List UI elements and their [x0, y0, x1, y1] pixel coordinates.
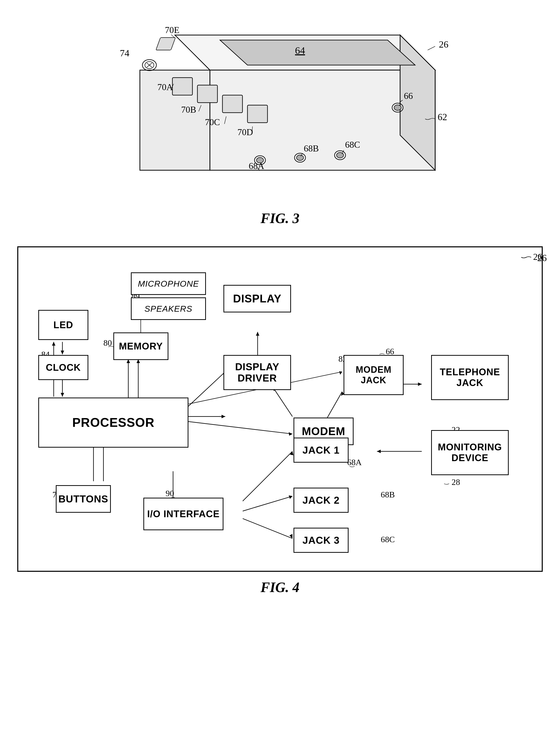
svg-marker-82: [377, 450, 381, 453]
svg-rect-13: [247, 105, 267, 123]
svg-text:70E: 70E: [165, 25, 179, 35]
telephone-jack-block: TELEPHONE JACK: [431, 355, 509, 400]
svg-marker-55: [221, 415, 225, 418]
svg-rect-5: [156, 38, 175, 50]
svg-point-19: [297, 155, 304, 160]
processor-block: PROCESSOR: [38, 398, 188, 448]
fig3-caption: FIG. 3: [260, 210, 300, 226]
svg-marker-59: [256, 332, 259, 336]
buttons-block: BUTTONS: [56, 485, 111, 513]
fig3-section: 26 64 62 74 70E 70A 70B: [20, 15, 540, 226]
jack3-block: JACK 3: [294, 528, 349, 553]
svg-point-15: [394, 105, 401, 110]
svg-text:70B: 70B: [181, 105, 196, 115]
svg-line-56: [188, 372, 225, 407]
svg-text:68A: 68A: [249, 161, 264, 171]
svg-marker-76: [290, 451, 294, 455]
jack1-block: JACK 1: [294, 438, 349, 463]
svg-text:68A: 68A: [347, 458, 362, 467]
display-driver-block: DISPLAY DRIVER: [223, 355, 291, 390]
svg-marker-4: [220, 40, 415, 65]
monitoring-device-block: MONITORING DEVICE: [431, 430, 509, 475]
led-block: LED: [38, 310, 88, 340]
svg-marker-43: [61, 350, 64, 354]
fig4-diagram: 26 26: [17, 246, 543, 572]
svg-text:68C: 68C: [345, 140, 360, 150]
clock-block: CLOCK: [38, 355, 88, 380]
svg-marker-47: [52, 342, 56, 346]
svg-text:64: 64: [295, 45, 305, 56]
svg-text:28: 28: [452, 478, 460, 487]
fig4-section: 26 26: [20, 246, 540, 595]
fig4-caption: FIG. 4: [260, 579, 300, 595]
modem-jack-block: MODEM JACK: [344, 355, 404, 395]
svg-point-17: [337, 152, 344, 158]
svg-line-75: [243, 451, 293, 501]
svg-rect-11: [197, 85, 217, 103]
svg-text:62: 62: [438, 112, 447, 122]
svg-rect-12: [222, 95, 242, 113]
svg-marker-66: [418, 383, 422, 386]
svg-marker-78: [289, 496, 293, 499]
svg-text:68C: 68C: [381, 535, 395, 544]
svg-line-79: [243, 519, 293, 539]
memory-block: MEMORY: [113, 332, 168, 360]
svg-text:80: 80: [103, 338, 112, 347]
svg-text:70D: 70D: [237, 127, 253, 137]
page-container: 26 64 62 74 70E 70A 70B: [0, 0, 560, 731]
microphone-block: MICROPHONE: [131, 272, 206, 295]
outer-ref-label: 26: [537, 252, 547, 263]
svg-line-62: [188, 422, 292, 434]
svg-line-23: [428, 46, 435, 50]
svg-marker-45: [61, 393, 64, 397]
svg-text:90: 90: [166, 489, 174, 498]
svg-marker-80: [290, 534, 293, 539]
svg-marker-103: [339, 371, 342, 375]
svg-rect-10: [172, 78, 192, 95]
svg-text:66: 66: [404, 91, 413, 101]
fig3-svg: 26 64 62 74 70E 70A 70B: [105, 15, 455, 210]
svg-text:70A: 70A: [157, 82, 173, 92]
svg-text:68B: 68B: [304, 143, 319, 153]
svg-line-60: [272, 387, 293, 417]
display-block: DISPLAY: [223, 285, 291, 312]
svg-text:66: 66: [386, 347, 394, 356]
svg-text:68B: 68B: [381, 490, 395, 499]
svg-text:74: 74: [120, 48, 129, 58]
jack2-block: JACK 2: [294, 488, 349, 513]
io-interface-block: I/O INTERFACE: [143, 498, 223, 530]
speakers-block: SPEAKERS: [131, 297, 206, 320]
svg-text:70C: 70C: [205, 117, 220, 127]
svg-line-77: [243, 496, 293, 511]
svg-marker-63: [289, 432, 293, 436]
svg-text:26: 26: [439, 39, 448, 50]
